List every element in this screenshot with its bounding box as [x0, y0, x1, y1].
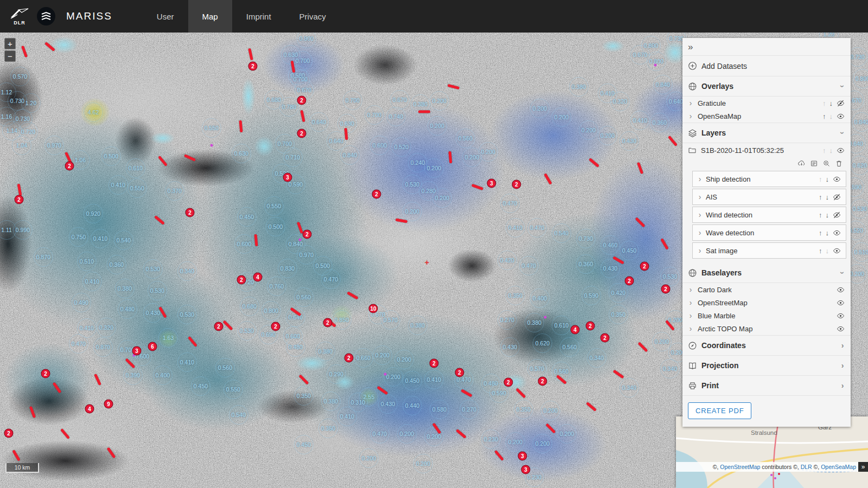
ship-detection-cluster-marker[interactable]: 9 — [104, 400, 113, 409]
move-up-button[interactable]: ↑ — [822, 113, 826, 120]
move-down-button[interactable]: ↓ — [826, 176, 829, 183]
move-up-button[interactable]: ↑ — [822, 100, 826, 107]
create-pdf-button[interactable]: CREATE PDF — [688, 402, 751, 419]
visibility-toggle-icon[interactable] — [832, 246, 841, 255]
annotation-button[interactable] — [810, 159, 818, 168]
ship-detection-cluster-marker[interactable]: 2 — [248, 62, 258, 71]
move-up-button[interactable]: ↑ — [819, 194, 822, 201]
ship-detection-cluster-marker[interactable]: 2 — [303, 230, 312, 239]
baselayer-item-carto-dark[interactable]: › Carto Dark — [682, 283, 851, 296]
ship-detection-cluster-marker[interactable]: 4 — [571, 325, 580, 335]
section-print[interactable]: Print › — [682, 376, 851, 396]
move-up-button[interactable]: ↑ — [819, 211, 822, 219]
visibility-toggle-icon[interactable] — [836, 112, 845, 121]
move-down-button[interactable]: ↓ — [829, 100, 833, 107]
move-up-button[interactable]: ↑ — [819, 247, 822, 254]
section-projection[interactable]: Projection › — [682, 356, 851, 376]
ship-detection-cluster-marker[interactable]: 2 — [372, 190, 381, 199]
section-layers[interactable]: Layers › — [682, 123, 851, 143]
move-down-button[interactable]: ↓ — [826, 211, 829, 219]
layer-item-wind-detection[interactable]: › Wind detection ↑ ↓ — [692, 207, 846, 223]
ship-detection-cluster-marker[interactable]: 2 — [430, 359, 439, 368]
ship-detection-cluster-marker[interactable]: 2 — [186, 208, 195, 217]
ship-detection-cluster-marker[interactable]: 2 — [237, 275, 246, 285]
attribution-link[interactable]: DLR — [801, 464, 812, 470]
ship-detection-cluster-marker[interactable]: 2 — [41, 369, 50, 378]
ship-detection-cluster-marker[interactable]: 2 — [586, 322, 595, 331]
visibility-toggle-icon[interactable] — [836, 99, 845, 108]
overview-map[interactable]: StralsundGarz ©, OpenStreetMap contribut… — [676, 416, 868, 488]
attribution-link[interactable]: OpenStreetMap — [720, 464, 760, 470]
zoom-to-layer-button[interactable] — [822, 159, 831, 168]
visibility-toggle-icon[interactable] — [832, 210, 841, 220]
ship-detection-cluster-marker[interactable]: 2 — [625, 277, 634, 286]
ship-detection-cluster-marker[interactable]: 2 — [455, 368, 464, 377]
section-baselayers[interactable]: Baselayers › — [682, 263, 851, 283]
panel-collapse-button[interactable]: » — [682, 38, 851, 56]
layer-item-wave-detection[interactable]: › Wave detection ↑ ↓ — [692, 224, 846, 241]
move-up-button[interactable]: ↑ — [822, 147, 826, 154]
ship-detection-cluster-marker[interactable]: 2 — [504, 378, 513, 387]
nav-item-privacy[interactable]: Privacy — [285, 0, 340, 33]
add-datasets-button[interactable]: Add Datasets — [682, 56, 851, 76]
ship-detection-cluster-marker[interactable]: 3 — [132, 346, 142, 356]
ship-detection-cluster-marker[interactable]: 3 — [487, 179, 496, 188]
attribution-link[interactable]: OpenSeaMap — [821, 464, 856, 470]
section-coordinates[interactable]: Coordinates › — [682, 336, 851, 356]
ship-detection-cluster-marker[interactable]: 3 — [283, 173, 292, 182]
ship-detection-cluster-marker[interactable]: 6 — [148, 342, 157, 351]
section-overlays[interactable]: Overlays › — [682, 76, 851, 97]
zoom-out-button[interactable]: − — [4, 50, 16, 62]
ship-detection-cluster-marker[interactable]: 2 — [4, 429, 14, 438]
ship-detection-cluster-marker[interactable]: 2 — [661, 285, 671, 294]
move-up-button[interactable]: ↑ — [819, 229, 822, 236]
ship-detection-cluster-marker[interactable]: 2 — [323, 318, 333, 328]
move-down-button[interactable]: ↓ — [826, 247, 829, 254]
download-layer-button[interactable] — [797, 159, 806, 168]
ship-detection-cluster-marker[interactable]: 4 — [85, 404, 94, 414]
ship-detection-cluster-marker[interactable]: 2 — [297, 129, 307, 138]
baselayer-item-openstreetmap[interactable]: › OpenStreetMap — [682, 296, 851, 309]
baselayer-item-arctic-topo[interactable]: › Arctic TOPO Map — [682, 322, 851, 336]
visibility-toggle-icon[interactable] — [836, 311, 845, 320]
layer-item-ship-detection[interactable]: › Ship detection ↑ ↓ — [692, 171, 846, 187]
visibility-toggle-icon[interactable] — [836, 285, 845, 294]
ship-detection-cluster-marker[interactable]: 2 — [512, 180, 521, 189]
zoom-in-button[interactable]: + — [4, 38, 16, 49]
visibility-toggle-icon[interactable] — [832, 175, 841, 184]
visibility-toggle-icon[interactable] — [836, 298, 845, 307]
ship-detection-cluster-marker[interactable]: 2 — [65, 162, 74, 171]
visibility-toggle-icon[interactable] — [836, 146, 845, 155]
ship-detection-cluster-marker[interactable]: 2 — [344, 354, 354, 363]
ship-detection-cluster-marker[interactable]: 2 — [297, 96, 307, 105]
ship-detection-cluster-marker[interactable]: 2 — [538, 377, 547, 386]
overlay-item-openseamap[interactable]: › OpenSeaMap ↑ ↓ — [682, 110, 851, 123]
ship-detection-cluster-marker[interactable]: 3 — [521, 465, 531, 474]
visibility-toggle-icon[interactable] — [832, 192, 841, 202]
move-down-button[interactable]: ↓ — [826, 229, 829, 236]
nav-item-imprint[interactable]: Imprint — [232, 0, 285, 33]
ship-detection-cluster-marker[interactable]: 2 — [15, 195, 24, 204]
layer-item-ais[interactable]: › AIS ↑ ↓ — [692, 189, 846, 205]
ship-detection-cluster-marker[interactable]: 2 — [214, 322, 224, 331]
ship-detection-cluster-marker[interactable]: 2 — [601, 333, 610, 343]
ship-detection-cluster-marker[interactable]: 2 — [271, 322, 280, 331]
ship-detection-cluster-marker[interactable]: 2 — [640, 262, 649, 271]
layer-group-s1b[interactable]: S1B-2020-11-01T05:32:25 ↑ ↓ — [682, 143, 851, 157]
ship-detection-cluster-marker[interactable]: 10 — [368, 304, 378, 313]
visibility-toggle-icon[interactable] — [836, 324, 845, 333]
overlay-item-graticule[interactable]: › Graticule ↑ ↓ — [682, 97, 851, 110]
nav-item-user[interactable]: User — [143, 0, 188, 33]
layer-item-sat-image[interactable]: › Sat image ↑ ↓ — [692, 242, 846, 259]
move-up-button[interactable]: ↑ — [819, 176, 822, 183]
ship-detection-cluster-marker[interactable]: 3 — [518, 452, 527, 461]
attribution-expand-button[interactable]: » — [858, 462, 868, 472]
nav-item-map[interactable]: Map — [188, 0, 232, 33]
move-down-button[interactable]: ↓ — [826, 194, 829, 201]
move-down-button[interactable]: ↓ — [829, 147, 833, 154]
ship-detection-cluster-marker[interactable]: 4 — [253, 273, 263, 282]
baselayer-item-blue-marble[interactable]: › Blue Marble — [682, 309, 851, 322]
visibility-toggle-icon[interactable] — [832, 228, 841, 237]
delete-layer-button[interactable] — [835, 159, 843, 168]
move-down-button[interactable]: ↓ — [829, 113, 833, 120]
